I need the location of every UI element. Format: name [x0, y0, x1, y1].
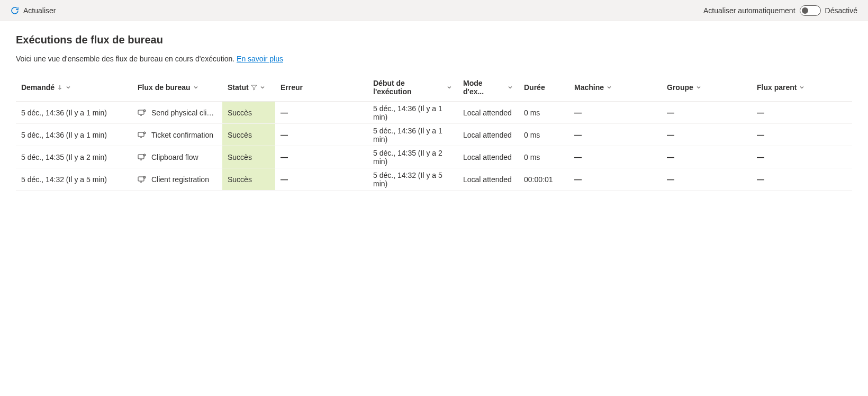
chevron-down-icon — [193, 84, 199, 91]
page-title: Exécutions de flux de bureau — [16, 34, 852, 46]
cell-parent: — — [757, 153, 764, 161]
learn-more-link[interactable]: En savoir plus — [237, 55, 283, 63]
table-header-row: Demandé Flux de bureau Statut — [16, 74, 852, 102]
cell-requested: 5 déc., 14:36 (Il y a 1 min) — [21, 109, 107, 117]
table-row[interactable]: 5 déc., 14:36 (Il y a 1 min) Ticket conf… — [16, 124, 852, 146]
cell-mode: Local attended — [463, 109, 512, 117]
cell-requested: 5 déc., 14:36 (Il y a 1 min) — [21, 131, 107, 139]
auto-refresh-label: Actualiser automatiquement — [703, 6, 795, 15]
chevron-down-icon — [446, 84, 453, 91]
status-badge: Succès — [222, 124, 275, 146]
status-badge: Succès — [222, 168, 275, 190]
auto-refresh-toggle[interactable] — [800, 5, 821, 16]
column-label-flow: Flux de bureau — [138, 83, 191, 92]
cell-duration: 00:00:01 — [524, 175, 553, 184]
chevron-down-icon — [259, 84, 266, 91]
cell-group: — — [667, 131, 674, 139]
refresh-icon — [11, 6, 19, 15]
cell-flow[interactable]: Clipboard flow — [151, 153, 198, 161]
cell-requested: 5 déc., 14:32 (Il y a 5 min) — [21, 175, 107, 184]
table-row[interactable]: 5 déc., 14:35 (Il y a 2 min) Clipboard f… — [16, 146, 852, 168]
column-label-group: Groupe — [667, 83, 693, 92]
column-label-machine: Machine — [574, 83, 604, 92]
cell-parent: — — [757, 131, 764, 139]
cell-machine: — — [574, 175, 582, 184]
cell-requested: 5 déc., 14:35 (Il y a 2 min) — [21, 153, 107, 161]
toggle-state-label: Désactivé — [825, 6, 857, 15]
column-label-mode: Mode d'ex... — [463, 79, 505, 96]
cell-error: — — [281, 153, 288, 161]
svg-rect-2 — [138, 132, 144, 137]
column-label-parent: Flux parent — [757, 83, 797, 92]
svg-rect-6 — [138, 177, 144, 181]
status-badge: Succès — [222, 102, 275, 123]
chevron-down-icon — [695, 84, 702, 91]
cell-error: — — [281, 109, 288, 117]
column-label-start: Début de l'exécution — [373, 79, 444, 96]
column-header-group[interactable]: Groupe — [662, 79, 752, 96]
page-subtitle: Voici une vue d'ensemble des flux de bur… — [16, 55, 852, 63]
table-row[interactable]: 5 déc., 14:36 (Il y a 1 min) Send physic… — [16, 102, 852, 124]
sort-down-icon — [57, 84, 63, 91]
cell-parent: — — [757, 109, 764, 117]
column-header-start[interactable]: Début de l'exécution — [368, 79, 458, 96]
cell-group: — — [667, 109, 674, 117]
toolbar: Actualiser Actualiser automatiquement Dé… — [0, 0, 868, 21]
refresh-button[interactable]: Actualiser — [11, 6, 56, 15]
desktop-flow-icon — [138, 109, 146, 117]
cell-mode: Local attended — [463, 153, 512, 161]
cell-group: — — [667, 175, 674, 184]
column-label-status: Statut — [228, 83, 249, 92]
cell-machine: — — [574, 153, 582, 161]
cell-start: 5 déc., 14:35 (Il y a 2 min) — [373, 149, 453, 166]
column-label-requested: Demandé — [21, 83, 55, 92]
cell-flow[interactable]: Ticket confirmation — [151, 131, 213, 139]
column-header-requested[interactable]: Demandé — [16, 79, 132, 96]
cell-group: — — [667, 153, 674, 161]
cell-status: Succès — [228, 153, 252, 161]
column-header-mode[interactable]: Mode d'ex... — [458, 79, 519, 96]
column-header-status[interactable]: Statut — [222, 79, 275, 96]
cell-start: 5 déc., 14:36 (Il y a 1 min) — [373, 104, 453, 121]
svg-rect-0 — [138, 110, 144, 114]
column-header-duration[interactable]: Durée — [519, 79, 569, 96]
column-label-error: Erreur — [281, 83, 303, 92]
toggle-knob — [802, 7, 808, 14]
cell-duration: 0 ms — [524, 131, 540, 139]
refresh-label: Actualiser — [23, 6, 56, 15]
cell-start: 5 déc., 14:36 (Il y a 1 min) — [373, 127, 453, 143]
column-header-machine[interactable]: Machine — [569, 79, 662, 96]
table-row[interactable]: 5 déc., 14:32 (Il y a 5 min) Client regi… — [16, 168, 852, 191]
runs-table: Demandé Flux de bureau Statut — [16, 74, 852, 191]
cell-status: Succès — [228, 131, 252, 139]
cell-error: — — [281, 175, 288, 184]
chevron-down-icon — [65, 84, 71, 91]
chevron-down-icon — [507, 84, 513, 91]
column-label-duration: Durée — [524, 83, 545, 92]
cell-start: 5 déc., 14:32 (Il y a 5 min) — [373, 171, 453, 188]
column-header-parent[interactable]: Flux parent — [752, 79, 815, 96]
cell-mode: Local attended — [463, 131, 512, 139]
column-header-error[interactable]: Erreur — [275, 79, 368, 96]
cell-status: Succès — [228, 109, 252, 117]
cell-machine: — — [574, 131, 582, 139]
cell-flow[interactable]: Send physical click o... — [151, 109, 217, 117]
cell-parent: — — [757, 175, 764, 184]
cell-duration: 0 ms — [524, 109, 540, 117]
cell-error: — — [281, 131, 288, 139]
desktop-flow-icon — [138, 175, 146, 184]
cell-mode: Local attended — [463, 175, 512, 184]
filter-icon — [251, 84, 257, 91]
subtitle-text: Voici une vue d'ensemble des flux de bur… — [16, 55, 237, 63]
status-badge: Succès — [222, 146, 275, 168]
cell-machine: — — [574, 109, 582, 117]
chevron-down-icon — [606, 84, 612, 91]
cell-duration: 0 ms — [524, 153, 540, 161]
cell-status: Succès — [228, 175, 252, 184]
desktop-flow-icon — [138, 153, 146, 161]
column-header-flow[interactable]: Flux de bureau — [132, 79, 222, 96]
cell-flow[interactable]: Client registration — [151, 175, 209, 184]
desktop-flow-icon — [138, 131, 146, 139]
chevron-down-icon — [799, 84, 805, 91]
svg-rect-4 — [138, 155, 144, 159]
